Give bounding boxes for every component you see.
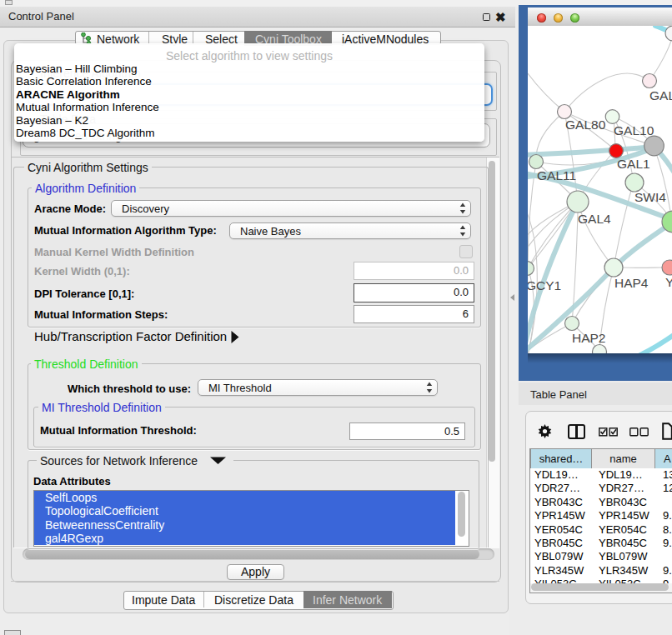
svg-text:GAL10: GAL10	[614, 123, 654, 138]
svg-text:GAL4: GAL4	[578, 212, 611, 226]
svg-text:GAL11: GAL11	[537, 168, 576, 182]
svg-text:SWI4: SWI4	[634, 190, 666, 204]
svg-text:GAL80: GAL80	[565, 118, 606, 132]
svg-text:GAL1: GAL1	[617, 157, 650, 171]
svg-text:GAL7: GAL7	[649, 88, 672, 102]
svg-text:HAP2: HAP2	[572, 331, 606, 345]
svg-text:HAP4: HAP4	[614, 276, 649, 290]
svg-text:YL: YL	[665, 275, 672, 289]
svg-text:GCY1: GCY1	[528, 278, 561, 292]
